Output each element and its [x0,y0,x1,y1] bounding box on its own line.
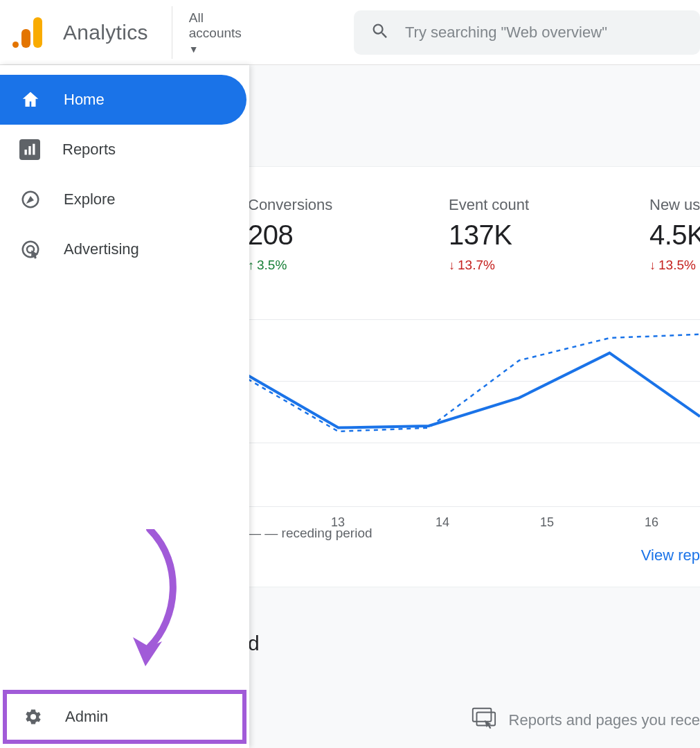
account-label: All accounts [189,10,250,41]
search-icon [370,21,390,44]
x-tick: 14 [436,515,449,530]
svg-rect-2 [25,150,27,155]
account-switcher[interactable]: All accounts ▼ [172,6,264,59]
sidebar-item-home[interactable]: Home [0,75,246,125]
sidebar-item-advertising[interactable]: Advertising [0,224,246,274]
sidebar-item-label: Advertising [64,240,139,258]
metric-value: 208 [248,220,366,251]
advertising-icon [19,238,42,260]
search-bar[interactable] [354,10,700,55]
sidebar-item-reports[interactable]: Reports [0,125,246,175]
svg-rect-4 [33,144,35,155]
sidebar-item-label: Admin [65,708,108,726]
caret-down-icon: ▼ [189,44,199,55]
top-header: Analytics All accounts ▼ [0,0,700,65]
app-name: Analytics [63,21,158,44]
suggested-hint: Reports and pages you rece [470,706,700,734]
metric-change: ↑ 3.5% [248,258,366,273]
logo-bar-mid [21,29,30,48]
metric-new-users[interactable]: New users 4.5K ↓ 13.5% [649,196,700,273]
chart-gridline [248,506,700,507]
x-tick: 15 [540,515,554,530]
logo-bar-tall [33,17,42,48]
nav-list: Home Reports Explore Advertising [0,65,249,687]
search-input[interactable] [405,24,683,42]
metric-value: 137K [449,220,566,251]
bar-chart-icon [19,139,40,160]
chart-svg [248,319,700,506]
svg-point-6 [23,242,39,258]
chart-series-preceding [248,335,700,431]
metric-change: ↓ 13.7% [449,258,566,273]
metric-title: Conversions [248,196,366,214]
suggested-hint-text: Reports and pages you rece [509,711,700,729]
x-tick: 16 [645,515,658,530]
svg-rect-0 [472,709,491,722]
gear-icon [22,706,44,728]
chart-legend: — — receding period [248,526,373,541]
explore-icon [19,188,42,211]
sidebar-item-explore[interactable]: Explore [0,175,246,224]
metric-change: ↓ 13.5% [649,258,700,273]
arrow-down-icon: ↓ [449,258,455,273]
overview-chart: 13 14 15 16 [248,319,700,506]
analytics-logo [12,17,49,48]
metric-title: New users [649,196,700,214]
left-nav-sidebar: Home Reports Explore Advertising A [0,65,249,748]
metric-value: 4.5K [649,220,700,251]
metric-event-count[interactable]: Event count 137K ↓ 13.7% [449,196,566,273]
home-icon [19,89,42,111]
metric-conversions[interactable]: Conversions 208 ↑ 3.5% [248,196,366,273]
sidebar-item-label: Reports [62,141,116,159]
cursor-cards-icon [470,706,496,734]
metric-title: Event count [449,196,566,214]
section-heading: d [248,632,700,655]
chart-series-current [248,353,700,428]
sidebar-item-admin[interactable]: Admin [3,690,246,744]
arrow-down-icon: ↓ [649,258,656,273]
logo-dot [12,42,19,48]
svg-rect-3 [28,146,30,155]
sidebar-item-label: Home [64,91,105,109]
view-reports-link[interactable]: View rep [641,538,700,573]
sidebar-item-label: Explore [64,190,116,208]
